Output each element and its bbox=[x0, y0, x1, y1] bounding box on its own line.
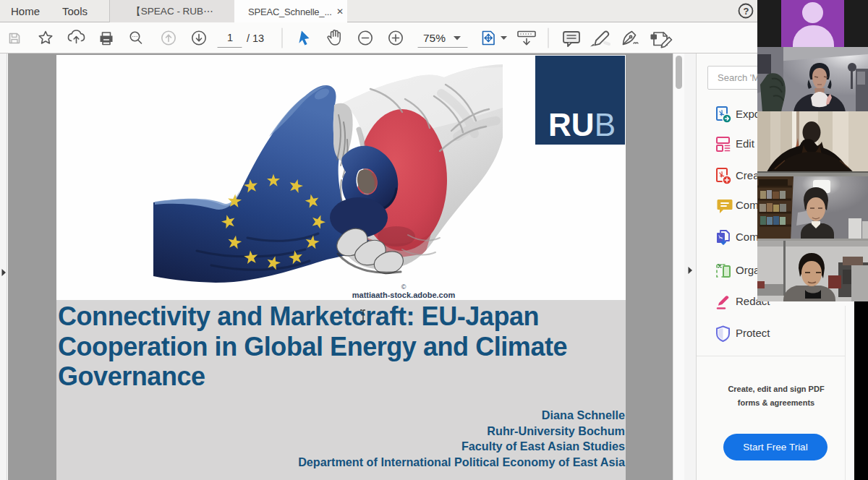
svg-text:?: ? bbox=[744, 6, 749, 17]
svg-text:1: 1 bbox=[227, 32, 233, 43]
svg-text:75%: 75% bbox=[423, 32, 446, 44]
svg-text:/ 13: / 13 bbox=[247, 33, 264, 44]
